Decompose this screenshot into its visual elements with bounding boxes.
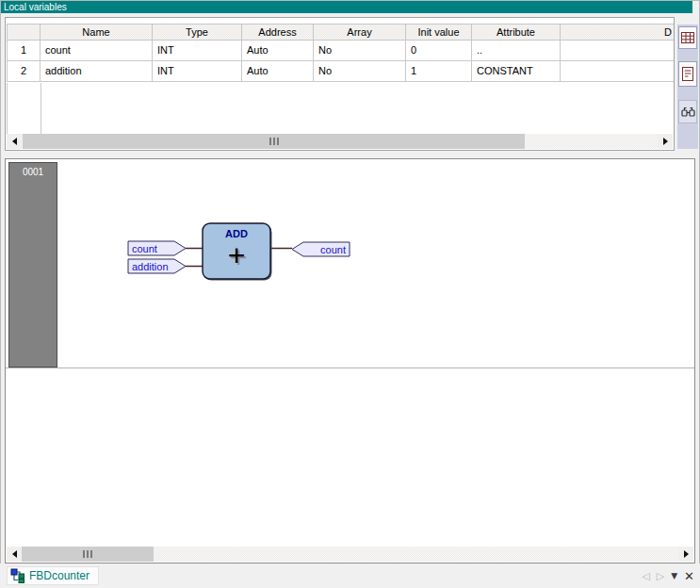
cell-type[interactable]: INT xyxy=(153,61,242,82)
plus-symbol: + xyxy=(228,238,246,272)
header-init-value: Init value xyxy=(406,24,472,41)
header-name: Name xyxy=(41,24,153,41)
scroll-right-button[interactable] xyxy=(678,547,693,562)
table-row[interactable]: 1 count INT Auto No 0 .. xyxy=(7,41,674,61)
binoculars-icon xyxy=(681,106,695,118)
variables-horizontal-scrollbar[interactable] xyxy=(7,134,673,149)
scroll-right-icon xyxy=(684,550,689,558)
cell-array[interactable]: No xyxy=(314,41,406,61)
tab-label: FBDcounter xyxy=(29,566,90,585)
panel-title: Local variables xyxy=(4,2,67,12)
header-type: Type xyxy=(153,24,242,41)
cell-array[interactable]: No xyxy=(314,61,406,82)
tab-navigation: ◁ ▷ ▼ ✕ xyxy=(642,566,694,585)
document-list-icon xyxy=(681,67,694,81)
scroll-right-button[interactable] xyxy=(658,134,673,149)
cell-description[interactable] xyxy=(561,41,674,61)
cell-name[interactable]: addition xyxy=(41,61,153,82)
scroll-left-icon xyxy=(12,138,17,145)
input-tag-count-label: count xyxy=(132,243,157,254)
cell-attribute[interactable]: CONSTANT xyxy=(472,61,561,82)
cell-type[interactable]: INT xyxy=(153,41,242,61)
fbd-horizontal-scrollbar[interactable] xyxy=(7,547,693,562)
table-row[interactable]: 2 addition INT Auto No 1 CONSTANT xyxy=(7,61,674,82)
document-tab-strip: FBDcounter ◁ ▷ ▼ ✕ xyxy=(0,564,700,588)
scroll-left-button[interactable] xyxy=(7,134,22,149)
cell-row-num[interactable]: 1 xyxy=(7,41,41,61)
tab-list-dropdown-button[interactable]: ▼ xyxy=(671,571,677,580)
header-attribute: Attribute xyxy=(472,24,561,41)
local-variables-window: Local variables Name Type Address Array … xyxy=(0,0,700,588)
cell-attribute[interactable]: .. xyxy=(472,41,561,61)
cell-address[interactable]: Auto xyxy=(242,61,314,82)
grid-table-button[interactable] xyxy=(678,26,697,49)
prev-tab-button[interactable]: ◁ xyxy=(642,570,649,582)
scrollbar-grip-icon xyxy=(83,550,92,558)
scrollbar-thumb[interactable] xyxy=(22,547,154,562)
cell-init-value[interactable]: 1 xyxy=(406,61,472,82)
next-tab-button[interactable]: ▷ xyxy=(657,570,664,582)
scrollbar-thumb[interactable] xyxy=(23,134,525,149)
table-header-row: Name Type Address Array Init value Attri… xyxy=(7,24,674,41)
scroll-left-icon xyxy=(12,550,17,558)
scrollbar-grip-icon xyxy=(269,138,279,145)
close-tab-button[interactable]: ✕ xyxy=(684,569,694,583)
side-toolbar xyxy=(677,24,698,149)
row-number-column-divider xyxy=(41,83,41,135)
header-address: Address xyxy=(242,24,314,41)
cell-name[interactable]: count xyxy=(41,41,153,61)
header-array: Array xyxy=(314,24,406,41)
scroll-left-button[interactable] xyxy=(7,547,22,562)
fbd-program-icon xyxy=(10,568,25,583)
output-tag-count-label: count xyxy=(320,244,346,255)
variables-table: Name Type Address Array Init value Attri… xyxy=(7,24,674,82)
table-border-extension xyxy=(7,83,8,135)
variables-panel: Name Type Address Array Init value Attri… xyxy=(5,17,675,151)
cell-init-value[interactable]: 0 xyxy=(406,41,472,61)
document-list-button[interactable] xyxy=(678,61,697,87)
fbd-editor-panel[interactable]: 0001 ADD + + count addition count xyxy=(5,158,695,564)
panel-titlebar: Local variables xyxy=(1,1,692,13)
header-description: D xyxy=(561,24,674,41)
tab-fbdcounter[interactable]: FBDcounter xyxy=(7,566,99,585)
grid-table-icon xyxy=(681,31,694,44)
fbd-canvas: ADD + + count addition count xyxy=(6,159,694,547)
find-button[interactable] xyxy=(678,100,697,123)
cell-address[interactable]: Auto xyxy=(242,41,314,61)
header-row-num xyxy=(7,24,41,41)
cell-description[interactable] xyxy=(561,61,674,82)
scroll-right-icon xyxy=(663,138,668,145)
input-tag-addition-label: addition xyxy=(132,261,169,272)
cell-row-num[interactable]: 2 xyxy=(7,61,41,82)
